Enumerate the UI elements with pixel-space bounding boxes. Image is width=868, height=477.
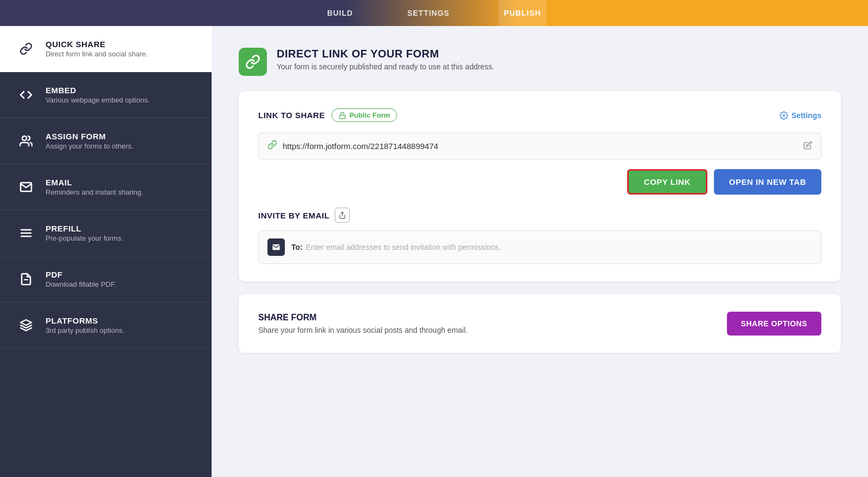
sidebar-item-prefill[interactable]: PREFILL Pre-populate your forms. [0,210,212,256]
sidebar-text-prefill: PREFILL Pre-populate your forms. [46,224,196,242]
share-card-subtitle: Share your form link in various social p… [258,326,468,334]
link-to-share-label: LINK TO SHARE [258,111,325,120]
sidebar-title-embed: EMBED [46,86,196,95]
email-placeholder-text: Enter email addresses to send invitation… [306,243,501,252]
link-card: LINK TO SHARE Public Form Settings [239,91,841,281]
section-header-title: DIRECT LINK OF YOUR FORM [277,48,494,60]
sidebar-item-pdf[interactable]: PDF Download fillable PDF. [0,256,212,302]
sidebar-text-assign-form: ASSIGN FORM Assign your forms to others. [46,132,196,150]
settings-link[interactable]: Settings [780,111,821,120]
sidebar-icon-prefill [15,222,37,244]
url-link-icon [267,140,277,152]
section-header: DIRECT LINK OF YOUR FORM Your form is se… [239,48,841,76]
svg-marker-5 [21,320,31,325]
sidebar-subtitle-platforms: 3rd party publish options. [46,326,196,334]
invite-section: INVITE BY EMAIL [258,208,821,264]
direct-link-icon [239,48,267,76]
sidebar-text-platforms: PLATFORMS 3rd party publish options. [46,316,196,334]
sidebar: QUICK SHARE Direct form link and social … [0,26,212,477]
sidebar-subtitle-email: Reminders and instant sharing. [46,188,196,196]
share-card-text: SHARE FORM Share your form link in vario… [258,313,468,334]
sidebar-subtitle-pdf: Download fillable PDF. [46,280,196,288]
nav-tab-settings[interactable]: SETTINGS [402,0,455,26]
sidebar-text-quick-share: QUICK SHARE Direct form link and social … [46,40,196,58]
sidebar-subtitle-quick-share: Direct form link and social share. [46,50,196,58]
public-form-badge[interactable]: Public Form [331,108,397,122]
invite-share-icon[interactable] [335,208,350,223]
copy-link-button[interactable]: COPY LINK [627,169,707,195]
sidebar-subtitle-prefill: Pre-populate your forms. [46,234,196,242]
sidebar-text-email: EMAIL Reminders and instant sharing. [46,178,196,196]
sidebar-item-platforms[interactable]: PLATFORMS 3rd party publish options. [0,302,212,349]
top-nav: BUILDSETTINGSPUBLISH [0,0,868,26]
sidebar-subtitle-embed: Various webpage embed options. [46,96,196,104]
sidebar-subtitle-assign-form: Assign your forms to others. [46,142,196,150]
sidebar-title-prefill: PREFILL [46,224,196,233]
svg-point-0 [22,136,27,140]
invite-label: INVITE BY EMAIL [258,211,329,220]
sidebar-icon-platforms [15,314,37,336]
url-row: https://form.jotform.com/221871448899474 [258,133,821,159]
sidebar-icon-embed [15,84,37,106]
sidebar-title-email: EMAIL [46,178,196,187]
public-form-label: Public Form [349,111,390,119]
sidebar-item-email[interactable]: EMAIL Reminders and instant sharing. [0,164,212,210]
main-content: DIRECT LINK OF YOUR FORM Your form is se… [212,26,868,477]
email-icon [267,238,285,256]
share-card-title: SHARE FORM [258,313,468,323]
sidebar-item-embed[interactable]: EMBED Various webpage embed options. [0,72,212,118]
edit-url-icon[interactable] [803,141,812,152]
button-row: COPY LINK OPEN IN NEW TAB [258,169,821,195]
sidebar-title-platforms: PLATFORMS [46,316,196,325]
share-form-card: SHARE FORM Share your form link in vario… [239,294,841,353]
sidebar-text-pdf: PDF Download fillable PDF. [46,270,196,288]
sidebar-item-quick-share[interactable]: QUICK SHARE Direct form link and social … [0,26,212,72]
email-input-row[interactable]: To: Enter email addresses to send invita… [258,230,821,264]
form-url: https://form.jotform.com/221871448899474 [283,141,803,151]
nav-tab-publish[interactable]: PUBLISH [499,0,546,26]
to-label: To: [291,243,303,252]
share-options-button[interactable]: SHARE OPTIONS [727,312,821,336]
sidebar-title-assign-form: ASSIGN FORM [46,132,196,141]
settings-label: Settings [792,111,821,120]
svg-rect-6 [340,115,346,118]
nav-tab-build[interactable]: BUILD [322,0,359,26]
sidebar-item-assign-form[interactable]: ASSIGN FORM Assign your forms to others. [0,118,212,164]
sidebar-title-pdf: PDF [46,270,196,279]
sidebar-title-quick-share: QUICK SHARE [46,40,196,49]
section-header-subtitle: Your form is securely published and read… [277,62,494,71]
open-in-new-tab-button[interactable]: OPEN IN NEW TAB [714,169,821,195]
sidebar-icon-quick-share [15,38,37,60]
sidebar-icon-pdf [15,268,37,290]
sidebar-icon-assign-form [15,130,37,152]
sidebar-text-embed: EMBED Various webpage embed options. [46,86,196,104]
sidebar-icon-email [15,176,37,198]
